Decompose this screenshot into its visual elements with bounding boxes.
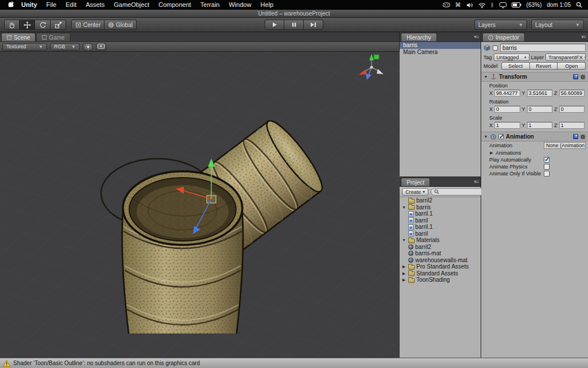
- select-button[interactable]: Select: [501, 62, 530, 70]
- move-tool-button[interactable]: [20, 20, 35, 30]
- open-button[interactable]: Open: [558, 62, 586, 70]
- tab-scene[interactable]: Scene: [1, 33, 36, 41]
- help-book-icon[interactable]: [573, 134, 578, 139]
- game-controller-icon[interactable]: [443, 2, 450, 7]
- tab-hierarchy[interactable]: Hierarchy: [401, 33, 437, 41]
- animation-clip-field[interactable]: None (Animation Cl ▾: [544, 142, 586, 149]
- position-z-field[interactable]: [559, 90, 585, 97]
- transform-component-header[interactable]: ▼ Transform: [481, 72, 588, 82]
- foldout-open-icon[interactable]: ▼: [483, 135, 488, 139]
- draw-mode-dropdown[interactable]: Textured▼: [2, 43, 47, 51]
- rotation-z-field[interactable]: [559, 106, 585, 113]
- pivot-center-button[interactable]: Center: [71, 20, 105, 30]
- menu-terrain[interactable]: Terrain: [196, 0, 225, 10]
- scale-y-field[interactable]: [527, 122, 552, 129]
- play-automatically-checkbox[interactable]: [544, 157, 550, 163]
- menu-assets[interactable]: Assets: [81, 0, 109, 10]
- hierarchy-item[interactable]: barris: [400, 42, 481, 49]
- project-item[interactable]: barris: [400, 204, 481, 211]
- volume-icon[interactable]: [466, 2, 473, 8]
- input-source-icon[interactable]: ⌘: [455, 0, 461, 10]
- hierarchy-item[interactable]: Main Camera: [400, 49, 481, 56]
- project-item[interactable]: ToonShading: [400, 277, 481, 283]
- project-item[interactable]: Materials: [400, 237, 481, 244]
- panel-menu-icon[interactable]: ▾≡: [474, 34, 478, 40]
- project-item[interactable]: barris-mat: [400, 250, 481, 257]
- global-space-button[interactable]: Global: [105, 20, 137, 30]
- window-titlebar[interactable]: Untitled – warehouseProject: [0, 10, 588, 18]
- position-x-field[interactable]: [494, 90, 520, 97]
- foldout-open-icon[interactable]: ▼: [483, 75, 488, 79]
- play-button[interactable]: [265, 20, 284, 30]
- revert-button[interactable]: Revert: [530, 62, 558, 70]
- gear-icon[interactable]: [580, 74, 586, 80]
- animate-physics-checkbox[interactable]: [544, 164, 550, 170]
- animation-component-header[interactable]: ▼ Animation: [481, 132, 588, 141]
- render-channels-dropdown[interactable]: RGB▼: [50, 43, 80, 51]
- panel-menu-icon[interactable]: ▾≡: [474, 179, 478, 185]
- create-button[interactable]: Create▾: [402, 188, 428, 195]
- active-checkbox[interactable]: [493, 45, 498, 51]
- layout-dropdown[interactable]: Layout▼: [531, 20, 584, 30]
- spotlight-icon[interactable]: [576, 2, 582, 8]
- bluetooth-icon[interactable]: ᛒ: [491, 0, 494, 10]
- scale-x-field[interactable]: [494, 122, 520, 129]
- display-icon[interactable]: [500, 2, 506, 8]
- project-item[interactable]: barril.1: [400, 210, 481, 217]
- project-item[interactable]: Pro Standard Assets: [400, 263, 481, 270]
- foldout-closed-icon[interactable]: [401, 264, 407, 269]
- status-bar[interactable]: Shader ‘Toon/Basic Outline’: no subshade…: [0, 358, 588, 368]
- menu-unity[interactable]: Unity: [17, 0, 42, 10]
- scene-viewport[interactable]: [0, 52, 399, 358]
- apple-icon: [8, 1, 14, 9]
- pause-button[interactable]: [284, 20, 304, 30]
- wifi-icon[interactable]: [478, 2, 486, 8]
- menu-gameobject[interactable]: GameObject: [109, 0, 154, 10]
- menu-component[interactable]: Component: [154, 0, 196, 10]
- scene-lighting-toggle[interactable]: [83, 43, 93, 51]
- position-y-field[interactable]: [527, 90, 552, 97]
- project-item[interactable]: barril: [400, 217, 481, 224]
- tab-inspector[interactable]: i Inspector: [482, 33, 525, 41]
- gear-icon[interactable]: [580, 134, 586, 140]
- hand-tool-button[interactable]: [4, 20, 20, 30]
- menu-window[interactable]: Window: [224, 0, 256, 10]
- help-book-icon[interactable]: [573, 74, 578, 79]
- animate-only-if-visible-checkbox[interactable]: [544, 171, 550, 177]
- rotate-tool-button[interactable]: [35, 20, 51, 30]
- menu-file[interactable]: File: [42, 0, 61, 10]
- menu-help[interactable]: Help: [256, 0, 278, 10]
- project-item[interactable]: barril: [400, 231, 481, 237]
- project-item[interactable]: warehousewalls-mat: [400, 257, 481, 264]
- menubar-clock[interactable]: dom 1:05: [547, 0, 571, 10]
- apple-menu[interactable]: [6, 1, 17, 9]
- project-item[interactable]: Standard Assets: [400, 270, 481, 277]
- scale-tool-button[interactable]: [51, 20, 66, 30]
- foldout-open-icon[interactable]: [401, 205, 407, 209]
- battery-icon[interactable]: [512, 2, 521, 7]
- project-item[interactable]: barril2: [400, 197, 481, 204]
- menu-edit[interactable]: Edit: [61, 0, 81, 10]
- animation-enabled-checkbox[interactable]: [498, 134, 504, 139]
- tab-project[interactable]: Project: [401, 178, 430, 186]
- battery-percent[interactable]: (63%): [527, 0, 542, 10]
- foldout-open-icon[interactable]: [401, 238, 407, 242]
- scale-z-field[interactable]: [559, 122, 585, 129]
- step-button[interactable]: [304, 20, 323, 30]
- layer-dropdown[interactable]: TransparentFX▾: [546, 53, 586, 61]
- scene-overlay-toggle[interactable]: [96, 43, 106, 51]
- rotation-y-field[interactable]: [527, 106, 552, 113]
- tab-game[interactable]: Game: [36, 33, 70, 41]
- rotation-x-field[interactable]: [494, 106, 520, 113]
- project-item[interactable]: barril2: [400, 244, 481, 251]
- foldout-closed-icon[interactable]: [401, 271, 407, 275]
- layers-dropdown[interactable]: Layers▼: [474, 20, 527, 30]
- foldout-closed-icon[interactable]: ▶: [489, 151, 494, 155]
- object-name-field[interactable]: [500, 44, 586, 52]
- tag-dropdown[interactable]: Untagged▾: [494, 53, 529, 61]
- scene-canvas: [0, 52, 400, 358]
- panel-menu-icon[interactable]: ▾≡: [581, 34, 586, 40]
- project-item[interactable]: barril.1: [400, 224, 481, 231]
- scene-panel: Scene Game Textured▼ RGB▼: [0, 32, 400, 358]
- foldout-closed-icon[interactable]: [401, 278, 407, 282]
